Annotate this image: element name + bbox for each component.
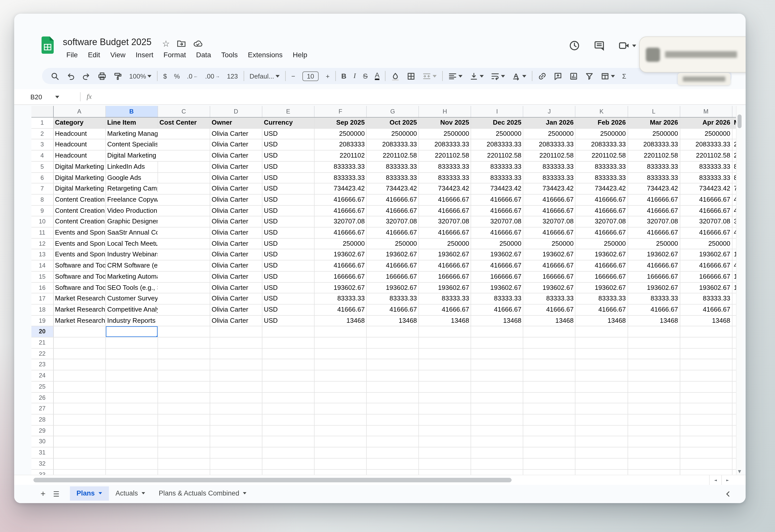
account-share-area-redacted[interactable] — [639, 36, 746, 72]
cell[interactable] — [157, 161, 210, 172]
cell[interactable]: USD — [262, 150, 314, 161]
column-header-C[interactable]: C — [157, 106, 210, 117]
cell[interactable] — [157, 315, 210, 326]
increase-decimal-button[interactable]: .00→ — [205, 72, 220, 80]
decrease-font-size-button[interactable]: − — [291, 72, 295, 80]
cell[interactable] — [210, 414, 262, 425]
cell[interactable]: 416666.67 — [576, 194, 628, 205]
cell[interactable] — [366, 436, 419, 447]
cell[interactable] — [262, 425, 314, 436]
cell[interactable]: 833333.33 — [523, 172, 576, 183]
cell[interactable] — [105, 436, 157, 447]
cell[interactable]: 320707.08 — [576, 216, 628, 227]
cell[interactable] — [523, 381, 576, 392]
cell[interactable] — [419, 403, 471, 414]
menu-insert[interactable]: Insert — [131, 50, 158, 60]
cell[interactable] — [53, 436, 105, 447]
cell[interactable]: 83333.33 — [314, 294, 366, 304]
row-header-16[interactable]: 16 — [31, 282, 53, 293]
cell[interactable] — [366, 403, 419, 414]
cell[interactable] — [366, 414, 419, 425]
cell[interactable]: USD — [262, 216, 314, 227]
cell[interactable]: 2083333.33 — [576, 139, 628, 150]
cell[interactable]: 83333.33 — [366, 294, 419, 304]
cell[interactable]: 41666.67 — [680, 304, 732, 315]
cell[interactable] — [680, 425, 732, 436]
cell[interactable]: 833333.33 — [419, 161, 471, 172]
cell[interactable]: Category — [53, 117, 105, 128]
column-header-L[interactable]: L — [628, 106, 680, 117]
cell[interactable] — [576, 425, 628, 436]
cell[interactable]: 2201102 — [314, 150, 366, 161]
cell[interactable]: 416666.67 — [576, 260, 628, 271]
horizontal-scrollbar-thumb[interactable] — [33, 478, 512, 482]
cell[interactable] — [628, 458, 680, 469]
cell[interactable]: 41666.67 — [419, 304, 471, 315]
cell[interactable] — [105, 458, 157, 469]
paint-format-icon[interactable] — [113, 72, 122, 80]
tab-combined-caret-icon[interactable] — [243, 492, 247, 495]
cell[interactable] — [262, 414, 314, 425]
cell[interactable] — [262, 458, 314, 469]
cell[interactable]: 416666.67 — [680, 260, 732, 271]
cell[interactable]: 416666.67 — [680, 205, 732, 216]
cell[interactable]: 2083333.33 — [680, 139, 732, 150]
cell[interactable] — [366, 326, 419, 337]
cell[interactable] — [262, 447, 314, 458]
cell[interactable]: 166666.67 — [523, 271, 576, 282]
cell[interactable]: 416666.67 — [523, 205, 576, 216]
cell[interactable] — [210, 381, 262, 392]
cell[interactable] — [157, 359, 210, 370]
cell[interactable] — [628, 447, 680, 458]
cell[interactable] — [576, 381, 628, 392]
cell[interactable] — [157, 150, 210, 161]
cell[interactable] — [105, 337, 157, 348]
column-header-G[interactable]: G — [366, 106, 419, 117]
number-format-button[interactable]: 123 — [227, 72, 238, 80]
row-header-20[interactable]: 20 — [31, 326, 53, 337]
cell[interactable]: 416666.67 — [366, 227, 419, 238]
column-header-J[interactable]: J — [523, 106, 576, 117]
menu-help[interactable]: Help — [288, 50, 312, 60]
cell[interactable]: Market Research — [53, 294, 105, 304]
cell[interactable] — [262, 326, 314, 337]
version-history-icon[interactable] — [569, 40, 580, 51]
cell[interactable]: 193602.67 — [523, 249, 576, 260]
cell[interactable] — [157, 304, 210, 315]
vertical-scrollbar-thumb[interactable] — [738, 114, 742, 128]
cell[interactable]: 416666.67 — [628, 205, 680, 216]
cell[interactable]: 41666.67 — [471, 304, 523, 315]
row-header-26[interactable]: 26 — [31, 392, 53, 403]
cell[interactable] — [314, 458, 366, 469]
menu-data[interactable]: Data — [191, 50, 215, 60]
cell[interactable]: Oct 2025 — [366, 117, 419, 128]
row-header-17[interactable]: 17 — [31, 294, 53, 304]
cell[interactable]: Olivia Carter — [210, 216, 262, 227]
cell[interactable]: Sep 2025 — [314, 117, 366, 128]
cell[interactable] — [105, 392, 157, 403]
row-header-25[interactable]: 25 — [31, 381, 53, 392]
cell[interactable]: 416666.67 — [314, 194, 366, 205]
fill-color-icon[interactable] — [391, 72, 400, 80]
cell[interactable]: 416666.67 — [366, 205, 419, 216]
cell[interactable]: Content Creation — [53, 194, 105, 205]
cell[interactable]: 833333.33 — [576, 161, 628, 172]
cell[interactable]: 734423.42 — [628, 183, 680, 194]
cell[interactable]: Events and Sponsorship — [53, 238, 105, 249]
cell[interactable]: 250000 — [628, 238, 680, 249]
cell[interactable] — [157, 183, 210, 194]
cell[interactable] — [157, 128, 210, 139]
cell[interactable] — [210, 348, 262, 359]
cell[interactable]: 416666.67 — [523, 194, 576, 205]
cell[interactable] — [680, 447, 732, 458]
cell[interactable] — [53, 392, 105, 403]
cell[interactable]: Competitive Analysis Reports — [105, 304, 157, 315]
undo-icon[interactable] — [66, 72, 75, 80]
zoom-select-button[interactable]: 100% — [129, 72, 152, 80]
cell[interactable]: Olivia Carter — [210, 238, 262, 249]
cell[interactable]: USD — [262, 315, 314, 326]
cell[interactable]: Market Research — [53, 315, 105, 326]
cell[interactable] — [471, 414, 523, 425]
italic-button[interactable]: I — [353, 72, 356, 80]
cell[interactable] — [628, 436, 680, 447]
